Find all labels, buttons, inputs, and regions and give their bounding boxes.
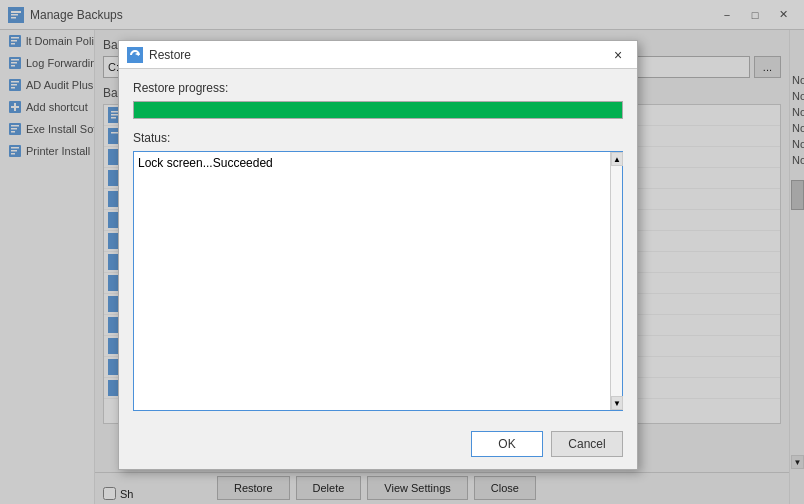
dialog-title: Restore (149, 48, 607, 62)
cancel-button[interactable]: Cancel (551, 431, 623, 457)
textarea-scroll-up[interactable]: ▲ (611, 152, 623, 166)
dialog-footer: OK Cancel (119, 423, 637, 469)
textarea-scrollbar: ▲ ▼ (610, 152, 622, 410)
restore-dialog: Restore × Restore progress: Status: Lock… (118, 40, 638, 470)
dialog-titlebar: Restore × (119, 41, 637, 69)
progress-bar-container (133, 101, 623, 119)
status-textarea[interactable]: Lock screen...Succeeded (134, 152, 610, 410)
ok-button[interactable]: OK (471, 431, 543, 457)
restore-dialog-icon (127, 47, 143, 63)
textarea-scroll-down[interactable]: ▼ (611, 396, 623, 410)
restore-progress-label: Restore progress: (133, 81, 623, 95)
status-label: Status: (133, 131, 623, 145)
status-textarea-container: Lock screen...Succeeded ▲ ▼ (133, 151, 623, 411)
textarea-scroll-track (611, 166, 622, 396)
dialog-body: Restore progress: Status: Lock screen...… (119, 69, 637, 423)
progress-bar-fill (134, 102, 622, 118)
dialog-close-button[interactable]: × (607, 45, 629, 65)
